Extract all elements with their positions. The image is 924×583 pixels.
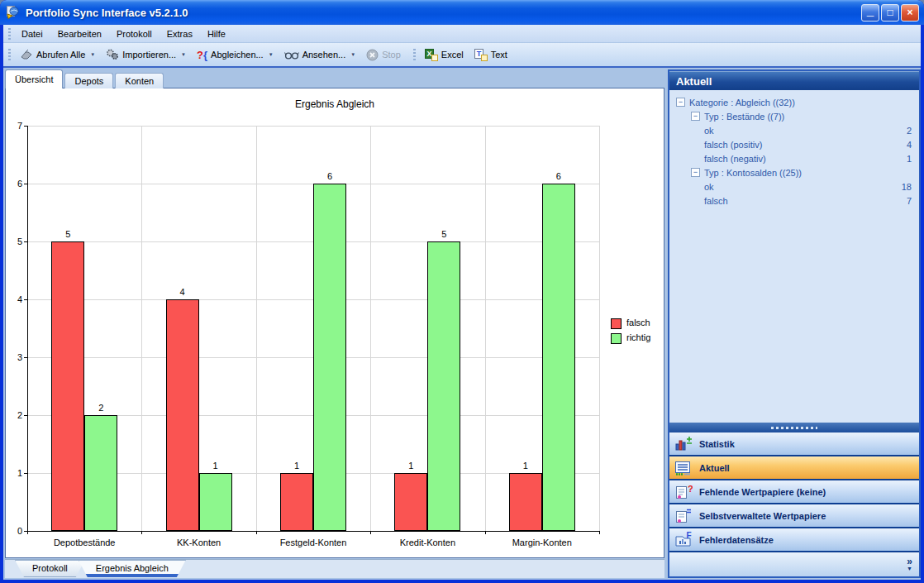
tree-node-value: 4 xyxy=(907,140,919,150)
y-tick xyxy=(24,126,27,127)
tree-node-value: 1 xyxy=(907,154,919,164)
tree-node[interactable]: ok 18 xyxy=(669,179,919,194)
bar-value-label: 1 xyxy=(509,461,542,471)
x-category-label: Festgeld-Konten xyxy=(256,538,370,547)
panel-splitter[interactable] xyxy=(669,423,919,432)
question-brace-icon: ?{ xyxy=(197,49,207,61)
menu-datei[interactable]: Datei xyxy=(14,26,50,42)
toolbar-grip[interactable] xyxy=(413,49,416,60)
legend-swatch-richtig xyxy=(611,333,622,344)
toolbar-button-stop[interactable]: Stop xyxy=(361,46,406,64)
toolbar: Abrufen Alle ▼ Importieren... ▼ ?{ Abgle… xyxy=(3,43,921,68)
x-tick xyxy=(141,531,142,534)
nav-button-selbstverwaltete-wertpapiere[interactable]: Selbstverwaltete Wertpapiere xyxy=(669,504,919,528)
menu-bearbeiten[interactable]: Bearbeiten xyxy=(50,26,109,42)
y-tick-label: 3 xyxy=(6,352,22,362)
more-arrow-icon[interactable]: ▼ xyxy=(907,566,912,572)
nav-button-fehlende-wertpapiere[interactable]: ? Fehlende Wertpapiere (keine) xyxy=(669,480,919,504)
toolbar-button-importieren[interactable]: Importieren... ▼ xyxy=(101,45,191,64)
x-axis xyxy=(27,531,600,532)
tree-node[interactable]: falsch (positiv) 4 xyxy=(669,137,919,151)
menu-hilfe[interactable]: Hilfe xyxy=(200,26,233,42)
legend-swatch-falsch xyxy=(611,318,622,329)
toolbar-button-abgleichen[interactable]: ?{ Abgleichen... ▼ xyxy=(192,46,279,64)
nav-overflow-bar: » ▼ xyxy=(669,552,919,576)
tab-konten[interactable]: Konten xyxy=(115,73,164,88)
titlebar: Portfolio Sync Interface v5.2.1.0 ─ □ × xyxy=(0,0,924,25)
menu-extras[interactable]: Extras xyxy=(160,26,200,42)
y-tick xyxy=(24,357,27,358)
tree-node[interactable]: ok 2 xyxy=(669,123,919,137)
collapse-icon[interactable]: − xyxy=(691,112,700,121)
tree-node[interactable]: falsch 7 xyxy=(669,194,919,208)
y-tick xyxy=(24,184,27,184)
excel-icon: X xyxy=(425,49,438,61)
gridline-vertical xyxy=(256,126,257,531)
tab-ergebnis-abgleich[interactable]: Ergebnis Abgleich xyxy=(79,560,186,577)
y-tick xyxy=(24,299,27,300)
list-icon xyxy=(674,460,693,476)
gears-icon xyxy=(106,48,119,61)
maximize-button[interactable]: □ xyxy=(881,4,899,22)
collapse-icon[interactable]: − xyxy=(676,98,685,107)
toolbar-button-abrufen-alle[interactable]: Abrufen Alle ▼ xyxy=(15,45,100,64)
gridline-vertical xyxy=(141,126,142,531)
bar-value-label: 1 xyxy=(280,461,313,471)
text-icon: T xyxy=(474,49,488,61)
legend-label: richtig xyxy=(626,332,650,342)
bar-falsch xyxy=(394,473,427,531)
x-category-label: KK-Konten xyxy=(141,538,255,547)
y-tick-label: 5 xyxy=(6,237,22,246)
close-button[interactable]: × xyxy=(901,4,919,22)
svg-text:T: T xyxy=(476,50,481,58)
gridline-vertical xyxy=(485,126,486,531)
gridline-vertical xyxy=(370,126,371,531)
dropdown-arrow-icon[interactable]: ▼ xyxy=(269,52,274,57)
tree-node-value: 2 xyxy=(907,126,919,136)
missing-securities-icon: ? xyxy=(674,484,693,500)
tab-depots[interactable]: Depots xyxy=(64,73,113,88)
toolbar-button-ansehen[interactable]: Ansehen... ▼ xyxy=(279,47,361,63)
menu-protokoll[interactable]: Protokoll xyxy=(109,26,160,42)
x-tick xyxy=(370,531,371,534)
fetch-icon xyxy=(20,48,33,61)
nav-button-aktuell[interactable]: Aktuell xyxy=(669,456,919,480)
y-tick-label: 2 xyxy=(6,410,22,420)
bar-value-label: 5 xyxy=(427,229,460,239)
chevron-icon[interactable]: » xyxy=(907,557,912,566)
dropdown-arrow-icon[interactable]: ▼ xyxy=(90,52,95,57)
x-category-label: Kredit-Konten xyxy=(370,538,484,547)
bar-richtig xyxy=(84,415,117,531)
menubar-grip[interactable] xyxy=(8,28,11,40)
main-area: Übersicht Depots Konten Ergebnis Abgleic… xyxy=(3,68,921,580)
dropdown-arrow-icon[interactable]: ▼ xyxy=(350,52,355,57)
chart-title: Ergebnis Abgleich xyxy=(6,98,664,110)
bar-richtig xyxy=(199,473,232,531)
toolbar-button-excel[interactable]: X Excel xyxy=(420,46,469,64)
toolbar-button-text[interactable]: T Text xyxy=(469,46,512,64)
x-tick xyxy=(256,531,257,534)
result-tree: − Kategorie : Abgleich ((32)) − Typ : Be… xyxy=(669,90,919,423)
tree-node[interactable]: − Kategorie : Abgleich ((32)) xyxy=(669,95,919,109)
configure-buttons-control[interactable]: » ▼ xyxy=(907,557,912,572)
bar-richtig xyxy=(542,184,575,531)
tree-node[interactable]: falsch (negativ) 1 xyxy=(669,151,919,165)
bar-richtig xyxy=(313,184,346,531)
minimize-button[interactable]: ─ xyxy=(861,4,879,22)
tree-node[interactable]: − Typ : Bestände ((7)) xyxy=(669,109,919,123)
nav-button-fehlerdatensaetze[interactable]: F Fehlerdatensätze xyxy=(669,528,919,552)
tab-uebersicht[interactable]: Übersicht xyxy=(5,69,63,88)
gridline-horizontal xyxy=(28,126,600,127)
splitter-grip[interactable] xyxy=(771,427,817,429)
bar-value-label: 6 xyxy=(313,171,346,181)
collapse-icon[interactable]: − xyxy=(691,168,700,177)
y-tick xyxy=(24,241,27,242)
dropdown-arrow-icon[interactable]: ▼ xyxy=(181,52,186,57)
tree-node[interactable]: − Typ : Kontosalden ((25)) xyxy=(669,165,919,179)
tab-protokoll[interactable]: Protokoll xyxy=(15,560,85,577)
bar-falsch xyxy=(509,473,542,531)
right-panel: Aktuell − Kategorie : Abgleich ((32)) − … xyxy=(668,69,921,578)
svg-text:X: X xyxy=(426,50,431,58)
nav-button-statistik[interactable]: Statistik xyxy=(669,432,919,456)
toolbar-grip[interactable] xyxy=(8,49,11,60)
